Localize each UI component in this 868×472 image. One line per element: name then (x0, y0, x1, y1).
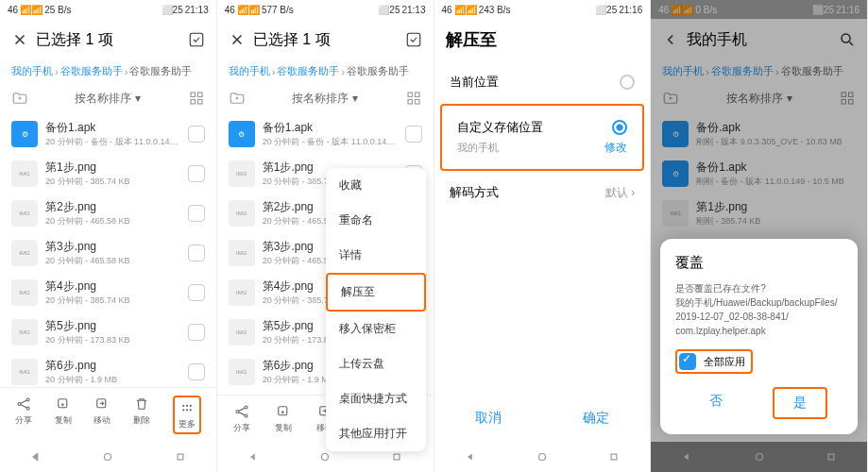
option-current-location[interactable]: 当前位置 (434, 60, 651, 104)
img-file-icon: IMG (11, 359, 38, 385)
crumb-2[interactable]: 谷歌服务助手 (60, 64, 123, 78)
grid-view-icon[interactable] (405, 90, 422, 107)
file-row[interactable]: IMG第3步.png20 分钟前 - 465.58 KB (0, 233, 216, 273)
delete-button[interactable]: 删除 (133, 396, 150, 434)
more-button[interactable]: 更多 (173, 396, 201, 434)
file-info: 第4步.png20 分钟前 - 385.74 KB (45, 278, 180, 307)
svg-point-5 (18, 403, 21, 406)
sort-label: 按名称排序 (75, 91, 131, 107)
move-button[interactable]: 移动 (94, 396, 111, 434)
file-checkbox[interactable] (188, 126, 205, 143)
svg-point-15 (190, 409, 192, 411)
radio-on-icon[interactable] (612, 120, 627, 135)
file-checkbox[interactable] (188, 363, 205, 380)
apply-all-row[interactable]: 全部应用 (675, 349, 753, 374)
network-speed: 25 B/s (44, 5, 71, 15)
dialog-title: 覆盖 (675, 254, 842, 272)
svg-rect-21 (408, 100, 413, 105)
option-custom-highlight: 自定义存储位置 我的手机 修改 (440, 104, 645, 171)
apply-all-checkbox[interactable] (679, 353, 696, 370)
grid-view-icon[interactable] (188, 90, 205, 107)
modify-link[interactable]: 修改 (604, 140, 627, 156)
file-checkbox[interactable] (188, 244, 205, 261)
back-nav-icon[interactable] (29, 450, 43, 464)
toolbar: 按名称排序▾ (0, 82, 216, 114)
file-name: 第6步.png (45, 358, 180, 374)
file-row[interactable]: ⚙备份1.apk20 分钟前 - 备份 - 版本 11.0.0.149 - 10… (0, 114, 216, 154)
back-nav-icon[interactable] (247, 450, 260, 464)
select-all-icon[interactable] (188, 31, 205, 48)
menu-extract-to[interactable]: 解压至 (326, 273, 426, 312)
menu-safe[interactable]: 移入保密柜 (326, 312, 426, 346)
dialog-no-button[interactable]: 否 (690, 387, 741, 419)
svg-point-13 (182, 409, 184, 411)
file-checkbox[interactable] (188, 165, 205, 182)
nav-bar (0, 442, 216, 472)
file-row[interactable]: ⚙备份1.apk20 分钟前 - 备份 - 版本 11.0.0.149 - 10… (217, 114, 434, 154)
new-folder-icon[interactable] (229, 90, 246, 107)
apk-file-icon: ⚙ (229, 121, 255, 147)
svg-rect-17 (178, 454, 183, 460)
confirm-button[interactable]: 确定 (583, 410, 609, 427)
overwrite-dialog: 覆盖 是否覆盖已存在文件? 我的手机/Huawei/Backup/backupF… (660, 239, 858, 434)
move-label: 移动 (94, 414, 111, 427)
recent-nav-icon[interactable] (607, 450, 621, 464)
option-label: 当前位置 (450, 74, 499, 91)
file-info: 备份1.apk20 分钟前 - 备份 - 版本 11.0.0.149 - 10.… (45, 120, 180, 148)
select-all-icon[interactable] (405, 31, 422, 48)
file-checkbox[interactable] (405, 126, 422, 143)
cancel-button[interactable]: 取消 (475, 410, 502, 427)
back-nav-icon[interactable] (464, 450, 477, 464)
home-nav-icon[interactable] (536, 450, 549, 464)
screen-2: 46📶📶577 B/s ⬜2521:13 已选择 1 项 我的手机› 谷歌服务助… (217, 0, 434, 472)
img-file-icon: IMG (11, 200, 38, 227)
crumb-1[interactable]: 我的手机 (229, 64, 270, 78)
file-row[interactable]: IMG第4步.png20 分钟前 - 385.74 KB (0, 273, 216, 312)
sort-button[interactable]: 按名称排序▾ (75, 91, 141, 107)
crumb-2[interactable]: 谷歌服务助手 (277, 64, 339, 78)
sort-button[interactable]: 按名称排序▾ (292, 91, 358, 107)
file-row[interactable]: IMG第1步.png20 分钟前 - 385.74 KB (0, 154, 216, 194)
file-row[interactable]: IMG第6步.png20 分钟前 - 1.9 MB (0, 352, 216, 387)
file-list[interactable]: ⚙备份1.apk20 分钟前 - 备份 - 版本 11.0.0.149 - 10… (0, 114, 216, 387)
file-info: 备份1.apk20 分钟前 - 备份 - 版本 11.0.0.149 - 10.… (263, 120, 398, 148)
breadcrumb[interactable]: 我的手机› 谷歌服务助手› 谷歌服务助手 (0, 60, 216, 82)
menu-details[interactable]: 详情 (326, 238, 426, 273)
menu-favorite[interactable]: 收藏 (326, 168, 426, 203)
file-checkbox[interactable] (188, 205, 205, 222)
file-name: 备份1.apk (263, 120, 398, 136)
home-nav-icon[interactable] (318, 450, 332, 464)
close-icon[interactable] (11, 31, 28, 48)
share-button[interactable]: 分享 (15, 396, 32, 434)
share-button[interactable]: 分享 (233, 403, 250, 434)
img-file-icon: IMG (229, 279, 255, 306)
file-row[interactable]: IMG第5步.png20 分钟前 - 173.83 KB (0, 312, 216, 352)
option-encoding[interactable]: 解码方式 默认 › (434, 171, 651, 214)
svg-rect-19 (408, 93, 413, 97)
copy-button[interactable]: 复制 (275, 403, 292, 434)
page-title: 解压至 (446, 28, 497, 51)
radio-off-icon[interactable] (620, 75, 635, 90)
crumb-1[interactable]: 我的手机 (11, 64, 53, 78)
dialog-yes-button[interactable]: 是 (773, 387, 827, 419)
screen-1: 46📶📶25 B/s ⬜2521:13 已选择 1 项 我的手机› 谷歌服务助手… (0, 0, 217, 472)
file-checkbox[interactable] (188, 324, 205, 341)
recent-nav-icon[interactable] (174, 450, 187, 464)
home-nav-icon[interactable] (101, 450, 114, 464)
menu-shortcut[interactable]: 桌面快捷方式 (326, 381, 426, 416)
custom-location-path: 我的手机 修改 (442, 140, 643, 169)
file-row[interactable]: IMG第2步.png20 分钟前 - 465.58 KB (0, 194, 216, 233)
menu-open-with[interactable]: 其他应用打开 (326, 416, 426, 451)
file-checkbox[interactable] (188, 284, 205, 301)
breadcrumb[interactable]: 我的手机› 谷歌服务助手› 谷歌服务助手 (217, 60, 434, 82)
menu-rename[interactable]: 重命名 (326, 203, 426, 238)
recent-nav-icon[interactable] (390, 450, 403, 464)
img-file-icon: IMG (229, 200, 255, 227)
menu-cloud[interactable]: 上传云盘 (326, 346, 426, 381)
apk-file-icon: ⚙ (11, 121, 38, 147)
close-icon[interactable] (229, 31, 246, 48)
option-custom-location[interactable]: 自定义存储位置 (442, 106, 643, 140)
file-name: 第1步.png (45, 160, 180, 176)
copy-button[interactable]: 复制 (55, 396, 72, 434)
new-folder-icon[interactable] (11, 90, 28, 107)
